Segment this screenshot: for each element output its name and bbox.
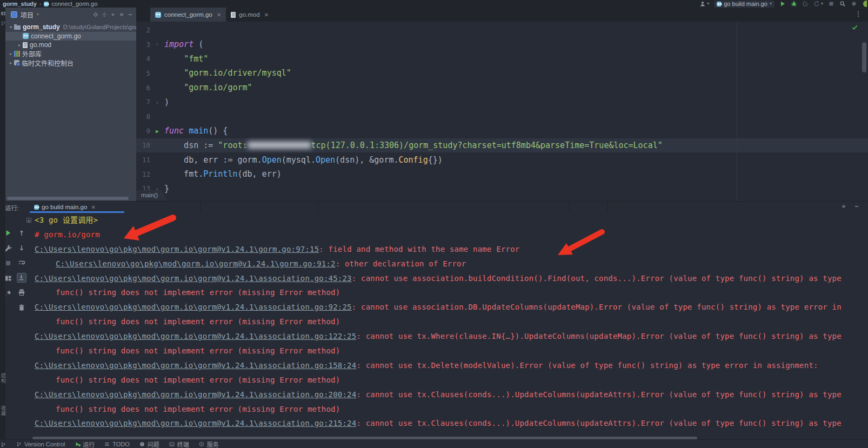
chevron-down-icon[interactable]: ▾ <box>8 25 14 30</box>
go-icon <box>23 33 29 39</box>
statusbar-services[interactable]: 服务 <box>199 440 219 448</box>
expand-all-button[interactable] <box>102 12 107 17</box>
code-editor[interactable]: 23▾import (4 "fmt"5 "gorm.io/driver/mysq… <box>136 22 868 201</box>
go-file-icon <box>44 2 49 6</box>
debug-button[interactable] <box>791 1 797 7</box>
console-line: C:\Users\lenovo\go\pkg\mod\gorm.io\gorm@… <box>0 387 868 402</box>
run-triangle-icon[interactable]: ▶ <box>156 128 159 134</box>
project-tool-icon[interactable] <box>1 21 6 26</box>
branch-mini-icon[interactable] <box>1 442 6 447</box>
chevron-right-icon[interactable]: ▸ <box>8 51 14 56</box>
commit-tool-icon[interactable] <box>1 11 6 16</box>
console-line: C:\Users\lenovo\go\pkg\mod\gorm.io\gorm@… <box>0 300 868 315</box>
code-line[interactable]: 7▴) <box>136 95 868 109</box>
line-number: 11 <box>136 156 150 164</box>
file-link[interactable]: C:\Users\lenovo\go\pkg\mod\gorm.io\gorm@… <box>35 419 356 427</box>
run-panel-hide-icon[interactable] <box>854 204 859 209</box>
run-with-coverage-button[interactable]: ▾ <box>813 1 823 7</box>
code-line[interactable]: 6 "gorm.io/gorm" <box>136 81 868 95</box>
collapse-all-button[interactable] <box>110 12 116 17</box>
hide-panel-button[interactable] <box>128 12 133 17</box>
search-everywhere-button[interactable] <box>839 1 846 7</box>
file-link[interactable]: C:\Users\lenovo\go\pkg\mod\gorm.io\gorm@… <box>35 303 352 311</box>
project-panel-header: 项目 ▾ <box>5 8 136 22</box>
code-line[interactable]: 5 "gorm.io/driver/mysql" <box>136 66 868 81</box>
user-menu-button[interactable]: ▾ <box>699 1 709 7</box>
statusbar-run[interactable]: 运行 <box>75 440 95 448</box>
profiler-button[interactable] <box>802 1 809 7</box>
run-panel-settings-icon[interactable] <box>841 204 846 209</box>
chevron-down-icon: ▾ <box>37 12 39 17</box>
code-token: Open <box>262 155 282 165</box>
locate-file-button[interactable] <box>93 12 98 17</box>
file-link[interactable]: C:\Users\lenovo\go\pkg\mod\gorm.io\gorm@… <box>35 361 356 370</box>
code-token <box>164 54 184 64</box>
code-line[interactable]: 9▶func main() { <box>136 124 868 138</box>
panel-settings-button[interactable] <box>119 12 124 17</box>
run-tab[interactable]: go build main.go ✕ <box>30 202 100 212</box>
fold-expander-icon[interactable]: + <box>26 218 31 223</box>
run-config-select[interactable]: go build main.go ▾ <box>714 1 774 8</box>
close-icon[interactable]: ✕ <box>91 204 95 210</box>
statusbar-version-control[interactable]: Version Control <box>16 441 65 447</box>
code-text: "gorm.io/driver/mysql" <box>164 68 291 78</box>
project-hscrollbar[interactable] <box>7 197 129 200</box>
code-line[interactable]: 11 db, err := gorm.Open(mysql.Open(dsn),… <box>136 152 868 167</box>
code-line[interactable]: 4 "fmt" <box>136 51 868 66</box>
breadcrumb-project[interactable]: gorm_study <box>3 1 37 7</box>
editor-breadcrumb-main[interactable]: main() <box>136 190 166 200</box>
run-console[interactable]: +<3 go 设置调用># gorm.io/gormC:\Users\lenov… <box>0 213 868 429</box>
main-toolbar: ▾ go build main.go ▾ ▾ <box>699 0 867 8</box>
inspections-ok-icon[interactable] <box>851 24 858 31</box>
statusbar-terminal[interactable]: 终端 <box>169 440 189 448</box>
code-line[interactable]: 2 <box>136 23 868 37</box>
code-line[interactable]: 10 dsn := "root:tcp(127.0.0.1:3306)/gorm… <box>136 138 868 153</box>
rerun-icon <box>813 1 820 7</box>
code-text: fmt.Println(db, err) <box>164 169 282 179</box>
file-link[interactable]: C:\Users\lenovo\go\pkg\mod\gorm.io\gorm@… <box>35 245 319 253</box>
file-link[interactable]: C:\Users\lenovo\go\pkg\mod\gorm.io\gorm@… <box>35 274 352 283</box>
tree-item[interactable]: connect_gorm.go <box>5 32 136 41</box>
doc-file-icon <box>231 12 236 18</box>
code-line[interactable]: 12 fmt.Println(db, err) <box>136 167 868 182</box>
run-tool-window: 运行: go build main.go ✕ +<3 go 设置调用># gor… <box>0 201 868 439</box>
breadcrumb-file[interactable]: connect_gorm.go <box>51 1 97 7</box>
chevron-right-icon[interactable]: ▸ <box>8 61 14 65</box>
go-file-icon <box>155 12 161 18</box>
tree-item[interactable]: ▾gorm_studyD:\study\GolandProjects\gorm_… <box>5 23 136 32</box>
tree-item[interactable]: ▸go.mod <box>5 41 136 50</box>
code-text: db, err := gorm.Open(mysql.Open(dsn), &g… <box>164 155 443 165</box>
statusbar-todo[interactable]: TODO <box>104 441 130 447</box>
tree-item[interactable]: ▸临时文件和控制台 <box>5 58 136 68</box>
chevron-right-icon[interactable]: ▸ <box>16 43 23 48</box>
line-number: 7 <box>136 98 150 106</box>
structure-tool-button[interactable]: 结构 <box>0 373 7 384</box>
more-options-icon[interactable] <box>858 11 859 12</box>
tab-connect-gorm-go[interactable]: connect_gorm.go ✕ <box>150 8 226 22</box>
project-panel-title[interactable]: 项目 <box>21 10 34 19</box>
tab-go-mod[interactable]: go.mod ✕ <box>226 8 273 22</box>
code-line[interactable]: 8 <box>136 109 868 124</box>
code-token: dsn := <box>164 141 218 150</box>
close-icon[interactable]: ✕ <box>217 12 221 18</box>
file-link[interactable]: C:\Users\lenovo\go\pkg\mod\gorm.io\gorm@… <box>35 390 356 399</box>
code-token: "gorm.io/driver/mysql" <box>184 68 291 78</box>
close-icon[interactable]: ✕ <box>264 12 269 18</box>
statusbar-label: 服务 <box>207 440 219 448</box>
run-button[interactable] <box>779 1 786 7</box>
project-icon <box>11 11 17 18</box>
breadcrumb: gorm_study › connect_gorm.go <box>0 1 97 7</box>
code-line[interactable]: 3▾import ( <box>136 37 868 52</box>
settings-button[interactable] <box>851 1 857 7</box>
problems-icon <box>139 442 145 447</box>
file-link[interactable]: C:\Users\lenovo\go\pkg\mod\gorm.io\gorm@… <box>56 259 336 268</box>
editor-vscrollbar[interactable] <box>862 42 866 72</box>
statusbar-problems[interactable]: 问题 <box>139 440 159 448</box>
code-token: main <box>184 126 208 136</box>
favorites-tool-button[interactable]: 收藏 <box>0 405 7 416</box>
tree-item[interactable]: ▸外部库 <box>5 50 136 59</box>
run-line-icon[interactable]: ▶ <box>150 128 164 134</box>
file-link[interactable]: C:\Users\lenovo\go\pkg\mod\gorm.io\gorm@… <box>35 332 356 340</box>
code-token: {}) <box>428 155 443 165</box>
code-line[interactable]: 13▴} <box>136 182 868 196</box>
